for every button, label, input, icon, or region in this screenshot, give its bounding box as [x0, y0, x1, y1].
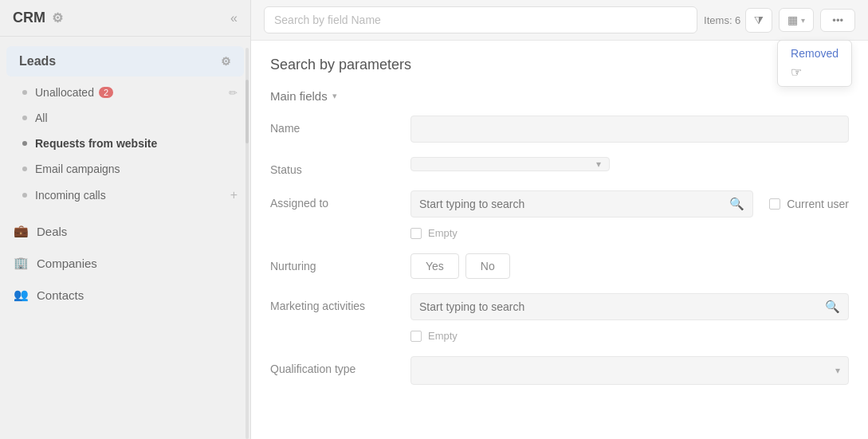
- contacts-icon: 👥: [13, 287, 29, 303]
- dot-icon: [22, 90, 27, 95]
- nurturing-toggle-row: Yes No: [410, 253, 849, 279]
- assigned-empty-label: Empty: [428, 227, 458, 239]
- sidebar-item-label: All: [35, 112, 48, 124]
- scrollbar-track: [245, 48, 249, 439]
- removed-label: Removed: [791, 47, 839, 60]
- qualification-type-label: Qualification type: [270, 356, 398, 375]
- sidebar-item-contacts[interactable]: 👥 Contacts: [0, 279, 250, 311]
- removed-popup: Removed ☞: [777, 40, 852, 87]
- leads-section-header[interactable]: Leads ⚙: [6, 46, 244, 76]
- assigned-empty-checkbox[interactable]: [410, 228, 422, 239]
- qualification-type-field-row: Qualification type ▾: [270, 356, 849, 385]
- current-user-checkbox[interactable]: [769, 198, 780, 210]
- main-fields-label: Main fields: [270, 89, 328, 103]
- current-user-wrapper: Current user: [769, 198, 849, 210]
- chevron-down-icon: ▾: [835, 365, 840, 376]
- status-field-label: Status: [270, 157, 398, 176]
- chevron-down-icon: ▾: [332, 91, 337, 101]
- assigned-empty-row: Empty: [410, 227, 849, 239]
- more-actions-button[interactable]: •••: [820, 9, 855, 32]
- marketing-activities-label: Marketing activities: [270, 293, 398, 312]
- view-grid-icon: ▦: [787, 14, 798, 26]
- search-placeholder: Search by field Name: [274, 14, 381, 26]
- status-field-control: ▾: [410, 157, 849, 171]
- name-field-label: Name: [270, 116, 398, 135]
- search-panel: Search by parameters Main fields ▾ Name …: [251, 41, 868, 439]
- nurturing-field-row: Nurturing Yes No: [270, 253, 849, 279]
- nurturing-no-button[interactable]: No: [465, 253, 510, 279]
- sidebar-item-companies[interactable]: 🏢 Companies: [0, 247, 250, 279]
- sidebar-item-deals[interactable]: 💼 Deals: [0, 215, 250, 247]
- sidebar-item-requests[interactable]: Requests from website: [0, 131, 250, 156]
- sidebar-item-all[interactable]: All: [0, 105, 250, 131]
- search-field[interactable]: Search by field Name: [264, 6, 697, 33]
- sidebar-nav-label: Contacts: [37, 288, 84, 302]
- main-fields-toggle[interactable]: Main fields ▾: [270, 89, 849, 103]
- sidebar-item-label: Email campaigns: [35, 163, 120, 175]
- scrollbar-thumb[interactable]: [245, 80, 249, 143]
- sidebar-item-label: Requests from website: [35, 137, 157, 150]
- sidebar-header: CRM ⚙ «: [0, 0, 250, 37]
- sidebar-item-label: Incoming calls: [35, 189, 106, 202]
- marketing-search-wrapper[interactable]: 🔍: [410, 293, 849, 320]
- sidebar: CRM ⚙ « Leads ⚙ Unallocated 2 ✏ All Requ…: [0, 0, 251, 439]
- edit-icon[interactable]: ✏: [229, 87, 238, 99]
- assigned-to-label: Assigned to: [270, 190, 398, 210]
- items-count: Items: 6 ⧩: [704, 8, 772, 33]
- dot-icon: [22, 193, 27, 198]
- filter-icon[interactable]: ⧩: [745, 8, 772, 33]
- status-select[interactable]: ▾: [410, 157, 610, 171]
- qualification-type-control: ▾: [410, 356, 849, 385]
- leads-gear-icon[interactable]: ⚙: [221, 55, 231, 68]
- leads-section-label: Leads: [19, 54, 56, 69]
- dot-icon: [22, 167, 27, 171]
- assigned-search-input[interactable]: [419, 198, 724, 210]
- name-input[interactable]: [410, 116, 849, 143]
- sidebar-item-incoming-calls[interactable]: Incoming calls +: [0, 182, 250, 209]
- companies-icon: 🏢: [13, 255, 29, 271]
- assigned-search-wrapper[interactable]: 🔍: [410, 190, 753, 218]
- collapse-sidebar-icon[interactable]: «: [230, 11, 238, 25]
- search-icon: 🔍: [729, 197, 744, 211]
- cursor-icon: ☞: [791, 65, 802, 80]
- view-chevron-icon: ▾: [801, 16, 805, 25]
- marketing-search-input[interactable]: [419, 300, 819, 313]
- search-panel-title: Search by parameters: [270, 57, 849, 73]
- view-toggle-button[interactable]: ▦ ▾: [779, 8, 814, 32]
- name-field-row: Name: [270, 116, 849, 143]
- current-user-label: Current user: [787, 198, 849, 210]
- add-incoming-calls-icon[interactable]: +: [230, 188, 238, 202]
- assigned-to-control: 🔍 Current user Empty: [410, 190, 849, 239]
- search-icon: 🔍: [825, 300, 840, 314]
- nurturing-yes-button[interactable]: Yes: [410, 253, 459, 279]
- crm-logo: CRM ⚙: [13, 10, 63, 26]
- main-content: Search by field Name Items: 6 ⧩ ▦ ▾ ••• …: [251, 0, 868, 439]
- sidebar-nav-label: Deals: [37, 225, 67, 238]
- sidebar-nav-label: Companies: [37, 257, 97, 270]
- dot-icon: [22, 141, 27, 146]
- chevron-down-icon: ▾: [596, 159, 601, 170]
- assigned-search-row: 🔍 Current user: [410, 190, 849, 218]
- marketing-activities-control: 🔍 Empty: [410, 293, 849, 342]
- assigned-to-field-row: Assigned to 🔍 Current user Empty: [270, 190, 849, 239]
- nurturing-control: Yes No: [410, 253, 849, 279]
- deals-icon: 💼: [13, 223, 29, 239]
- unallocated-badge: 2: [99, 87, 113, 98]
- leads-section: Leads ⚙ Unallocated 2 ✏ All Requests fro…: [0, 37, 250, 215]
- sidebar-item-unallocated[interactable]: Unallocated 2 ✏: [0, 80, 250, 105]
- marketing-empty-checkbox[interactable]: [410, 331, 422, 342]
- qualification-type-select[interactable]: ▾: [410, 356, 849, 385]
- nurturing-label: Nurturing: [270, 253, 398, 272]
- sidebar-item-email-campaigns[interactable]: Email campaigns: [0, 156, 250, 182]
- items-count-label: Items: 6: [704, 14, 740, 26]
- ellipsis-icon: •••: [832, 14, 843, 26]
- toolbar: Search by field Name Items: 6 ⧩ ▦ ▾ •••: [251, 0, 868, 41]
- marketing-empty-label: Empty: [428, 330, 458, 342]
- name-field-control: [410, 116, 849, 143]
- marketing-empty-row: Empty: [410, 330, 849, 342]
- crm-label: CRM: [13, 10, 45, 26]
- crm-gear-icon[interactable]: ⚙: [52, 10, 63, 25]
- dot-icon: [22, 116, 27, 120]
- marketing-activities-field-row: Marketing activities 🔍 Empty: [270, 293, 849, 342]
- status-field-row: Status ▾: [270, 157, 849, 176]
